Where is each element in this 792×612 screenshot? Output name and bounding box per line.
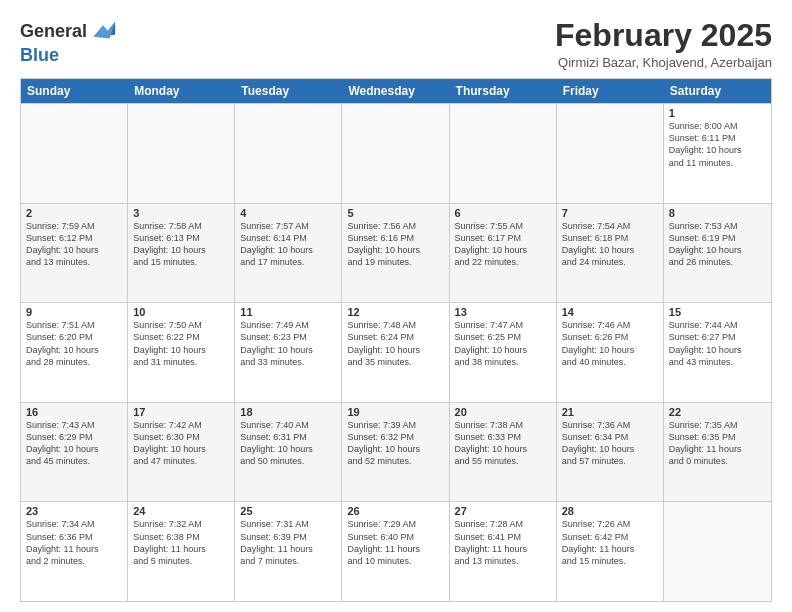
day-number: 17 xyxy=(133,406,229,418)
day-number: 15 xyxy=(669,306,766,318)
calendar-day-22: 22Sunrise: 7:35 AM Sunset: 6:35 PM Dayli… xyxy=(664,403,771,502)
day-number: 7 xyxy=(562,207,658,219)
day-number: 2 xyxy=(26,207,122,219)
day-info: Sunrise: 7:29 AM Sunset: 6:40 PM Dayligh… xyxy=(347,518,443,567)
calendar-day-7: 7Sunrise: 7:54 AM Sunset: 6:18 PM Daylig… xyxy=(557,204,664,303)
calendar-day-17: 17Sunrise: 7:42 AM Sunset: 6:30 PM Dayli… xyxy=(128,403,235,502)
calendar-day-5: 5Sunrise: 7:56 AM Sunset: 6:16 PM Daylig… xyxy=(342,204,449,303)
day-info: Sunrise: 7:32 AM Sunset: 6:38 PM Dayligh… xyxy=(133,518,229,567)
weekday-header-tuesday: Tuesday xyxy=(235,79,342,103)
calendar-row-5: 23Sunrise: 7:34 AM Sunset: 6:36 PM Dayli… xyxy=(21,501,771,601)
day-info: Sunrise: 7:54 AM Sunset: 6:18 PM Dayligh… xyxy=(562,220,658,269)
day-number: 11 xyxy=(240,306,336,318)
day-number: 3 xyxy=(133,207,229,219)
day-info: Sunrise: 7:56 AM Sunset: 6:16 PM Dayligh… xyxy=(347,220,443,269)
day-info: Sunrise: 7:35 AM Sunset: 6:35 PM Dayligh… xyxy=(669,419,766,468)
calendar-empty-cell xyxy=(342,104,449,203)
calendar-day-10: 10Sunrise: 7:50 AM Sunset: 6:22 PM Dayli… xyxy=(128,303,235,402)
day-info: Sunrise: 7:50 AM Sunset: 6:22 PM Dayligh… xyxy=(133,319,229,368)
day-info: Sunrise: 7:38 AM Sunset: 6:33 PM Dayligh… xyxy=(455,419,551,468)
calendar-day-13: 13Sunrise: 7:47 AM Sunset: 6:25 PM Dayli… xyxy=(450,303,557,402)
day-number: 20 xyxy=(455,406,551,418)
calendar-day-18: 18Sunrise: 7:40 AM Sunset: 6:31 PM Dayli… xyxy=(235,403,342,502)
day-info: Sunrise: 7:34 AM Sunset: 6:36 PM Dayligh… xyxy=(26,518,122,567)
logo-blue: Blue xyxy=(20,46,117,66)
weekday-header-sunday: Sunday xyxy=(21,79,128,103)
day-number: 5 xyxy=(347,207,443,219)
calendar-empty-cell xyxy=(450,104,557,203)
day-number: 8 xyxy=(669,207,766,219)
calendar-empty-cell xyxy=(664,502,771,601)
calendar-empty-cell xyxy=(235,104,342,203)
title-area: February 2025 Qirmizi Bazar, Khojavend, … xyxy=(555,18,772,70)
calendar-body: 1Sunrise: 8:00 AM Sunset: 6:11 PM Daylig… xyxy=(21,103,771,601)
calendar-empty-cell xyxy=(557,104,664,203)
day-info: Sunrise: 7:53 AM Sunset: 6:19 PM Dayligh… xyxy=(669,220,766,269)
calendar-day-2: 2Sunrise: 7:59 AM Sunset: 6:12 PM Daylig… xyxy=(21,204,128,303)
calendar-day-3: 3Sunrise: 7:58 AM Sunset: 6:13 PM Daylig… xyxy=(128,204,235,303)
calendar-day-14: 14Sunrise: 7:46 AM Sunset: 6:26 PM Dayli… xyxy=(557,303,664,402)
day-number: 26 xyxy=(347,505,443,517)
day-number: 24 xyxy=(133,505,229,517)
day-number: 28 xyxy=(562,505,658,517)
day-number: 9 xyxy=(26,306,122,318)
day-info: Sunrise: 7:58 AM Sunset: 6:13 PM Dayligh… xyxy=(133,220,229,269)
calendar-day-8: 8Sunrise: 7:53 AM Sunset: 6:19 PM Daylig… xyxy=(664,204,771,303)
day-info: Sunrise: 7:26 AM Sunset: 6:42 PM Dayligh… xyxy=(562,518,658,567)
day-number: 27 xyxy=(455,505,551,517)
day-number: 25 xyxy=(240,505,336,517)
calendar-day-21: 21Sunrise: 7:36 AM Sunset: 6:34 PM Dayli… xyxy=(557,403,664,502)
calendar-row-4: 16Sunrise: 7:43 AM Sunset: 6:29 PM Dayli… xyxy=(21,402,771,502)
day-info: Sunrise: 7:48 AM Sunset: 6:24 PM Dayligh… xyxy=(347,319,443,368)
calendar-day-1: 1Sunrise: 8:00 AM Sunset: 6:11 PM Daylig… xyxy=(664,104,771,203)
day-info: Sunrise: 8:00 AM Sunset: 6:11 PM Dayligh… xyxy=(669,120,766,169)
svg-marker-1 xyxy=(94,22,115,39)
calendar-empty-cell xyxy=(21,104,128,203)
day-info: Sunrise: 7:28 AM Sunset: 6:41 PM Dayligh… xyxy=(455,518,551,567)
calendar-header: SundayMondayTuesdayWednesdayThursdayFrid… xyxy=(21,79,771,103)
calendar-day-12: 12Sunrise: 7:48 AM Sunset: 6:24 PM Dayli… xyxy=(342,303,449,402)
month-title: February 2025 xyxy=(555,18,772,53)
logo-bird-icon xyxy=(89,18,117,46)
calendar-day-19: 19Sunrise: 7:39 AM Sunset: 6:32 PM Dayli… xyxy=(342,403,449,502)
day-number: 12 xyxy=(347,306,443,318)
calendar-day-4: 4Sunrise: 7:57 AM Sunset: 6:14 PM Daylig… xyxy=(235,204,342,303)
calendar-day-9: 9Sunrise: 7:51 AM Sunset: 6:20 PM Daylig… xyxy=(21,303,128,402)
location: Qirmizi Bazar, Khojavend, Azerbaijan xyxy=(555,55,772,70)
day-number: 13 xyxy=(455,306,551,318)
day-number: 21 xyxy=(562,406,658,418)
weekday-header-wednesday: Wednesday xyxy=(342,79,449,103)
day-info: Sunrise: 7:55 AM Sunset: 6:17 PM Dayligh… xyxy=(455,220,551,269)
day-number: 4 xyxy=(240,207,336,219)
day-info: Sunrise: 7:31 AM Sunset: 6:39 PM Dayligh… xyxy=(240,518,336,567)
calendar-day-23: 23Sunrise: 7:34 AM Sunset: 6:36 PM Dayli… xyxy=(21,502,128,601)
day-number: 22 xyxy=(669,406,766,418)
day-info: Sunrise: 7:44 AM Sunset: 6:27 PM Dayligh… xyxy=(669,319,766,368)
day-number: 23 xyxy=(26,505,122,517)
calendar-day-15: 15Sunrise: 7:44 AM Sunset: 6:27 PM Dayli… xyxy=(664,303,771,402)
day-info: Sunrise: 7:42 AM Sunset: 6:30 PM Dayligh… xyxy=(133,419,229,468)
day-number: 10 xyxy=(133,306,229,318)
calendar-day-16: 16Sunrise: 7:43 AM Sunset: 6:29 PM Dayli… xyxy=(21,403,128,502)
calendar: SundayMondayTuesdayWednesdayThursdayFrid… xyxy=(20,78,772,602)
day-info: Sunrise: 7:40 AM Sunset: 6:31 PM Dayligh… xyxy=(240,419,336,468)
day-info: Sunrise: 7:59 AM Sunset: 6:12 PM Dayligh… xyxy=(26,220,122,269)
calendar-row-1: 1Sunrise: 8:00 AM Sunset: 6:11 PM Daylig… xyxy=(21,103,771,203)
logo: General Blue xyxy=(20,18,117,66)
calendar-row-3: 9Sunrise: 7:51 AM Sunset: 6:20 PM Daylig… xyxy=(21,302,771,402)
calendar-day-6: 6Sunrise: 7:55 AM Sunset: 6:17 PM Daylig… xyxy=(450,204,557,303)
calendar-day-24: 24Sunrise: 7:32 AM Sunset: 6:38 PM Dayli… xyxy=(128,502,235,601)
calendar-day-11: 11Sunrise: 7:49 AM Sunset: 6:23 PM Dayli… xyxy=(235,303,342,402)
calendar-day-28: 28Sunrise: 7:26 AM Sunset: 6:42 PM Dayli… xyxy=(557,502,664,601)
day-number: 16 xyxy=(26,406,122,418)
day-info: Sunrise: 7:51 AM Sunset: 6:20 PM Dayligh… xyxy=(26,319,122,368)
calendar-day-20: 20Sunrise: 7:38 AM Sunset: 6:33 PM Dayli… xyxy=(450,403,557,502)
day-info: Sunrise: 7:47 AM Sunset: 6:25 PM Dayligh… xyxy=(455,319,551,368)
day-info: Sunrise: 7:46 AM Sunset: 6:26 PM Dayligh… xyxy=(562,319,658,368)
weekday-header-saturday: Saturday xyxy=(664,79,771,103)
day-info: Sunrise: 7:43 AM Sunset: 6:29 PM Dayligh… xyxy=(26,419,122,468)
day-info: Sunrise: 7:57 AM Sunset: 6:14 PM Dayligh… xyxy=(240,220,336,269)
day-info: Sunrise: 7:39 AM Sunset: 6:32 PM Dayligh… xyxy=(347,419,443,468)
calendar-row-2: 2Sunrise: 7:59 AM Sunset: 6:12 PM Daylig… xyxy=(21,203,771,303)
weekday-header-friday: Friday xyxy=(557,79,664,103)
